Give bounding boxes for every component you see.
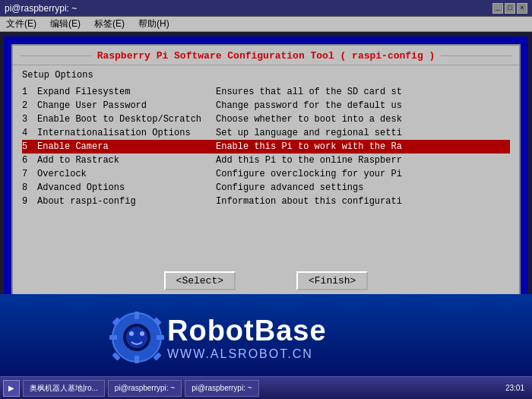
dialog-subtitle: Setup Options	[13, 65, 519, 84]
taskbar-clock: 23:01	[501, 384, 529, 392]
taskbar-item-1[interactable]: 奥枫机器人基地|ro...	[23, 380, 105, 397]
terminal-area: Raspberry Pi Software Configuration Tool…	[4, 36, 528, 309]
robotbase-logo: RobotBase WWW.ALSROBOT.CN	[91, 301, 441, 369]
menu-item-4[interactable]: 4 Internationalisation Options Set up la…	[22, 126, 510, 140]
raspi-config-dialog: Raspberry Pi Software Configuration Tool…	[11, 44, 521, 301]
menu-bar: 文件(E) 编辑(E) 标签(E) 帮助(H)	[0, 17, 532, 32]
dialog-buttons: <Select> <Finish>	[13, 271, 519, 290]
menu-help[interactable]: 帮助(H)	[135, 17, 173, 30]
menu-item-1[interactable]: 1 Expand Filesystem Ensures that all of …	[22, 85, 510, 99]
menu-edit[interactable]: 编辑(E)	[47, 17, 84, 30]
menu-file[interactable]: 文件(E)	[3, 17, 40, 30]
taskbar-item-2[interactable]: pi@raspberrypi: ~	[108, 380, 182, 397]
menu-tags[interactable]: 标签(E)	[91, 17, 128, 30]
window-title: pi@raspberrypi: ~	[5, 3, 77, 14]
menu-item-6[interactable]: 6 Add to Rastrack Add this Pi to the onl…	[22, 154, 510, 167]
menu-item-2[interactable]: 2 Change User Password Change password f…	[22, 99, 510, 112]
minimize-button[interactable]: _	[492, 3, 503, 14]
title-bar: pi@raspberrypi: ~ _ □ ×	[0, 0, 532, 17]
start-button[interactable]: ▶	[3, 380, 20, 397]
menu-item-9[interactable]: 9 About raspi-config Information about t…	[22, 195, 510, 208]
menu-item-3[interactable]: 3 Enable Boot to Desktop/Scratch Choose …	[22, 112, 510, 126]
svg-point-12	[140, 331, 144, 336]
menu-item-8[interactable]: 8 Advanced Options Configure advanced se…	[22, 181, 510, 195]
svg-rect-3	[135, 356, 139, 363]
svg-rect-5	[157, 335, 164, 340]
finish-button[interactable]: <Finish>	[296, 271, 368, 290]
svg-point-11	[129, 331, 134, 336]
menu-list: 1 Expand Filesystem Ensures that all of …	[13, 84, 519, 210]
svg-text:WWW.ALSROBOT.CN: WWW.ALSROBOT.CN	[167, 347, 313, 360]
logo-area: RobotBase WWW.ALSROBOT.CN	[0, 294, 532, 376]
svg-rect-4	[109, 335, 117, 340]
maximize-button[interactable]: □	[505, 3, 515, 14]
close-button[interactable]: ×	[517, 3, 527, 14]
menu-item-7[interactable]: 7 Overclock Configure overclocking for y…	[22, 167, 510, 181]
menu-item-5-selected[interactable]: 5 Enable Camera Enable this Pi to work w…	[22, 140, 510, 154]
window-controls[interactable]: _ □ ×	[492, 3, 527, 14]
svg-rect-2	[135, 312, 139, 319]
taskbar: ▶ 奥枫机器人基地|ro... pi@raspberrypi: ~ pi@ras…	[0, 376, 532, 399]
select-button[interactable]: <Select>	[164, 271, 236, 290]
taskbar-item-3[interactable]: pi@raspberrypi: ~	[185, 380, 258, 397]
start-icon: ▶	[8, 384, 14, 392]
svg-text:RobotBase: RobotBase	[167, 315, 327, 347]
dialog-title: Raspberry Pi Software Configuration Tool…	[13, 46, 519, 65]
